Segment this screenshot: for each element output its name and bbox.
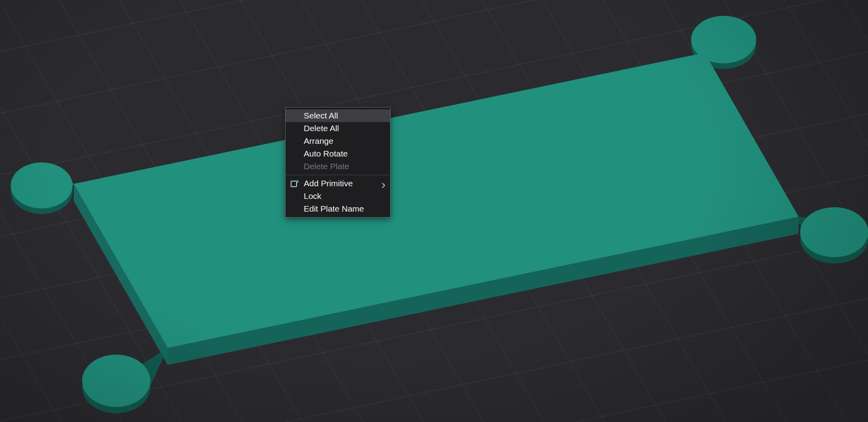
menu-item-auto-rotate[interactable]: Auto Rotate bbox=[286, 147, 390, 160]
viewport-3d: Select All Delete All Arrange Auto Rotat… bbox=[0, 0, 868, 422]
menu-item-label: Lock bbox=[304, 191, 321, 200]
menu-item-arrange[interactable]: Arrange bbox=[286, 135, 390, 147]
corner-handle-east[interactable] bbox=[800, 207, 868, 257]
submenu-chevron-icon bbox=[380, 180, 387, 187]
menu-item-label: Delete Plate bbox=[304, 162, 349, 171]
menu-item-add-primitive[interactable]: Add Primitive bbox=[286, 177, 390, 190]
menu-separator bbox=[286, 175, 390, 175]
menu-item-label: Add Primitive bbox=[304, 179, 353, 188]
menu-item-label: Select All bbox=[304, 111, 338, 120]
menu-item-delete-plate: Delete Plate bbox=[286, 160, 390, 173]
context-menu: Select All Delete All Arrange Auto Rotat… bbox=[285, 107, 391, 218]
menu-item-label: Auto Rotate bbox=[304, 149, 348, 158]
menu-item-label: Delete All bbox=[304, 124, 339, 133]
menu-item-delete-all[interactable]: Delete All bbox=[286, 122, 390, 135]
menu-item-label: Arrange bbox=[304, 136, 333, 145]
viewport-3d-scene bbox=[0, 0, 868, 422]
menu-item-lock[interactable]: Lock bbox=[286, 190, 390, 202]
add-primitive-icon bbox=[290, 179, 300, 189]
corner-handle-south[interactable] bbox=[82, 355, 150, 407]
menu-item-label: Edit Plate Name bbox=[304, 204, 364, 213]
menu-item-select-all[interactable]: Select All bbox=[286, 109, 390, 122]
menu-item-edit-plate-name[interactable]: Edit Plate Name bbox=[286, 202, 390, 215]
